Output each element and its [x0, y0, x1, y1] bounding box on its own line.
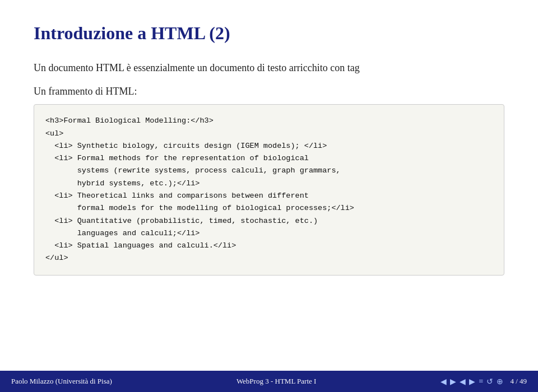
code-block: <h3>Formal Biological Modelling:</h3> <u… [34, 104, 504, 275]
fragment-label: Un frammento di HTML: [34, 86, 504, 97]
nav-right-icon[interactable]: ▶ [469, 377, 475, 386]
footer-bar: Paolo Milazzo (Università di Pisa) WebPr… [0, 371, 538, 392]
intro-paragraph: Un documento HTML è essenzialmente un do… [34, 60, 504, 76]
footer-title: WebProg 3 - HTML Parte I [236, 377, 317, 386]
nav-home-icon[interactable]: ▶ [450, 377, 456, 386]
footer-author: Paolo Milazzo (Università di Pisa) [11, 377, 112, 386]
nav-left-icon[interactable]: ◀ [460, 377, 466, 386]
footer-right: ◀ ▶ ◀ ▶ ≡ ↺ ⊕ 4 / 49 [440, 377, 527, 386]
nav-search-icon[interactable]: ⊕ [497, 377, 503, 386]
nav-up-icon[interactable]: ≡ [479, 377, 483, 386]
slide-content: Introduzione a HTML (2) Un documento HTM… [0, 0, 538, 371]
nav-icons: ◀ ▶ ◀ ▶ ≡ ↺ ⊕ [440, 377, 503, 386]
nav-end-icon[interactable]: ↺ [486, 377, 493, 386]
nav-prev-icon[interactable]: ◀ [440, 377, 447, 386]
page-number: 4 / 49 [510, 377, 527, 386]
slide-title: Introduzione a HTML (2) [34, 22, 504, 44]
